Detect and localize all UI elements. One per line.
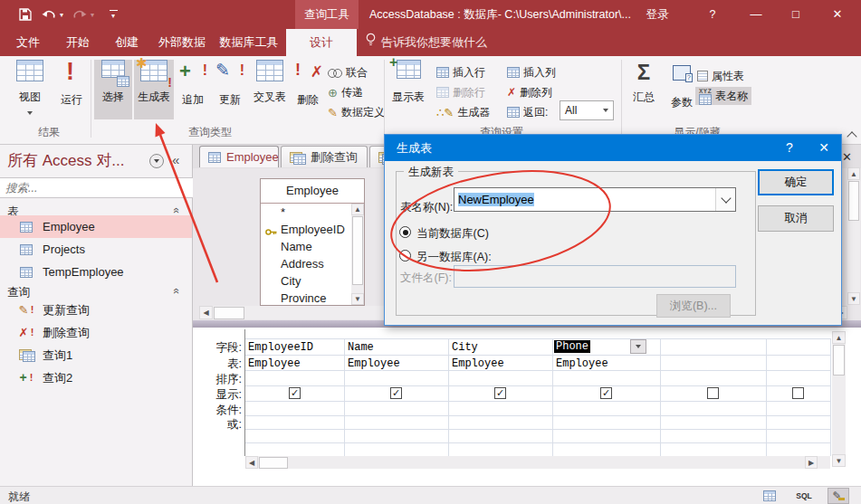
scroll-thumb[interactable] xyxy=(352,216,363,285)
current-database-label[interactable]: 当前数据库(C) xyxy=(416,226,489,242)
nav-item-query2[interactable]: +! 查询2 xyxy=(0,366,192,389)
field-item-province[interactable]: Province xyxy=(261,290,364,307)
ok-button[interactable]: 确定 xyxy=(758,169,834,195)
collapse-queries-icon[interactable]: « xyxy=(174,283,179,297)
grid-table-cell[interactable]: Employee xyxy=(556,357,608,370)
tell-me-box[interactable]: 告诉我你想要做什么 xyxy=(366,29,487,56)
sign-in-button[interactable]: 登录 xyxy=(639,0,675,29)
return-combobox[interactable]: All xyxy=(560,100,614,120)
select-query-button[interactable]: 选择 xyxy=(94,60,132,119)
nav-item-query1[interactable]: 查询1 xyxy=(0,344,192,366)
scroll-thumb[interactable] xyxy=(833,345,845,376)
close-document-icon[interactable]: ✕ xyxy=(842,150,855,163)
show-checkbox[interactable] xyxy=(600,387,612,399)
append-query-button[interactable]: +! 追加 xyxy=(176,60,210,108)
ribbon-tab-home[interactable]: 开始 xyxy=(56,29,100,56)
grid-field-cell-selected[interactable]: Phone xyxy=(554,340,590,353)
scroll-thumb[interactable] xyxy=(848,181,859,221)
view-button[interactable]: 视图 xyxy=(9,60,51,118)
collapse-tables-icon[interactable]: « xyxy=(174,203,179,216)
undo-icon[interactable] xyxy=(40,0,58,29)
datasheet-view-icon[interactable] xyxy=(759,488,780,504)
help-button[interactable]: ? xyxy=(702,0,723,29)
insert-rows-button[interactable]: 插入行 xyxy=(436,63,485,81)
scroll-thumb[interactable] xyxy=(259,457,288,469)
show-checkbox[interactable] xyxy=(707,387,719,399)
builder-button[interactable]: ∴✎生成器 xyxy=(436,103,490,121)
field-item-asterisk[interactable]: * xyxy=(261,204,364,221)
nav-item-delete-query[interactable]: ✗! 删除查询 xyxy=(0,321,192,344)
scroll-left-icon[interactable]: ◀ xyxy=(199,306,213,319)
another-database-radio[interactable] xyxy=(399,250,411,262)
table-name-combobox[interactable]: NewEmployee xyxy=(454,187,736,212)
field-list-scrollbar[interactable]: ▲ ▼ xyxy=(351,204,364,305)
insert-columns-button[interactable]: 插入列 xyxy=(507,63,556,81)
nav-item-update-query[interactable]: ✎! 更新查询 xyxy=(0,299,192,321)
show-checkbox[interactable] xyxy=(289,387,301,399)
property-sheet-button[interactable]: 属性表 xyxy=(697,67,744,85)
sql-view-icon[interactable]: SQL xyxy=(793,488,815,504)
ribbon-tab-design[interactable]: 设计 xyxy=(286,29,357,56)
field-dropdown-icon[interactable] xyxy=(630,339,646,354)
shutter-close-icon[interactable]: « xyxy=(172,152,179,167)
show-checkbox[interactable] xyxy=(390,387,402,399)
delete-columns-button[interactable]: ✗删除列 xyxy=(507,83,552,101)
nav-item-tempemployee[interactable]: TempEmployee xyxy=(0,261,192,283)
scroll-thumb[interactable] xyxy=(214,307,244,319)
grid-field-cell[interactable]: EmployeeID xyxy=(248,341,313,354)
grid-field-cell[interactable]: Name xyxy=(348,341,374,354)
search-input[interactable] xyxy=(0,178,161,197)
field-item-name[interactable]: Name xyxy=(261,238,364,255)
ribbon-tab-file[interactable]: 文件 xyxy=(7,29,49,56)
close-icon[interactable]: ✕ xyxy=(822,0,853,29)
field-item-employeeid[interactable]: EmployeeID xyxy=(261,221,364,238)
grid-table-cell[interactable]: Employee xyxy=(248,357,301,370)
scroll-down-icon[interactable]: ▼ xyxy=(847,292,860,305)
nav-item-projects[interactable]: Projects xyxy=(0,238,192,261)
grid-vscrollbar[interactable]: ▲ ▼ xyxy=(832,331,846,467)
scroll-up-icon[interactable]: ▲ xyxy=(847,167,860,180)
totals-button[interactable]: Σ 汇总 xyxy=(627,60,661,105)
ribbon-collapse-icon[interactable] xyxy=(846,130,858,141)
scroll-down-icon[interactable]: ▼ xyxy=(832,454,846,467)
scroll-left-icon[interactable]: ◀ xyxy=(245,456,258,469)
ribbon-tab-database-tools[interactable]: 数据库工具 xyxy=(215,29,282,56)
maximize-icon[interactable]: □ xyxy=(780,0,811,29)
dialog-title-bar[interactable]: 生成表 xyxy=(385,135,841,161)
nav-menu-dropdown-icon[interactable] xyxy=(149,154,164,168)
grid-field-cell[interactable]: City xyxy=(452,341,478,354)
undo-dropdown-icon[interactable]: ▾ xyxy=(58,0,65,29)
show-table-button[interactable]: + 显示表 xyxy=(387,60,429,105)
show-checkbox[interactable] xyxy=(792,387,804,399)
make-table-button[interactable]: ✱! 生成表 xyxy=(134,60,174,119)
top-pane-vscrollbar[interactable]: ▲ ▼ xyxy=(847,167,860,305)
qat-customize-icon[interactable]: ▾ xyxy=(107,0,120,29)
field-item-address[interactable]: Address xyxy=(261,255,364,272)
crosstab-query-button[interactable]: 交叉表 xyxy=(250,60,290,105)
table-names-button[interactable]: XYZ 表名称 xyxy=(695,87,751,105)
delete-query-button[interactable]: !✗ 删除 xyxy=(292,60,324,108)
show-checkbox[interactable] xyxy=(494,387,506,399)
design-view-icon[interactable]: ✎ xyxy=(828,488,849,504)
chevron-down-icon[interactable] xyxy=(715,188,735,211)
ribbon-tab-external-data[interactable]: 外部数据 xyxy=(152,29,212,56)
scroll-up-icon[interactable]: ▲ xyxy=(832,331,846,344)
scroll-up-icon[interactable]: ▲ xyxy=(351,204,364,215)
cancel-button[interactable]: 取消 xyxy=(758,205,834,232)
scroll-down-icon[interactable]: ▼ xyxy=(351,293,364,305)
minimize-icon[interactable]: — xyxy=(741,0,771,29)
union-query-button[interactable]: 联合 xyxy=(328,63,368,81)
contextual-tab-query-tools[interactable]: 查询工具 xyxy=(295,0,359,29)
dialog-close-icon[interactable]: ✕ xyxy=(808,135,839,161)
document-tab-delete-query[interactable]: 删除查询 xyxy=(281,146,368,167)
field-item-city[interactable]: City xyxy=(261,272,364,290)
data-definition-button[interactable]: ✎数据定义 xyxy=(328,103,385,121)
another-database-label[interactable]: 另一数据库(A): xyxy=(416,250,492,265)
update-query-button[interactable]: ✎! 更新 xyxy=(212,60,248,108)
parameters-button[interactable]: 参数 xyxy=(665,60,699,110)
grid-table-cell[interactable]: Employee xyxy=(452,357,504,370)
pass-through-button[interactable]: ⊕传递 xyxy=(328,83,363,101)
document-tab-employee[interactable]: Employee xyxy=(199,146,279,167)
ribbon-tab-create[interactable]: 创建 xyxy=(105,29,148,56)
dialog-help-icon[interactable]: ? xyxy=(774,135,805,161)
